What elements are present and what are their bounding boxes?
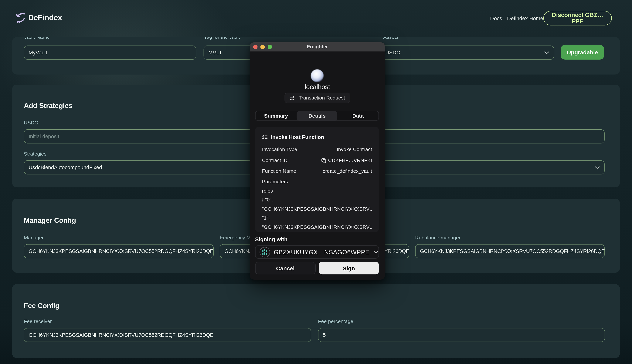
fee-receiver-label: Fee receiver — [24, 319, 52, 324]
site-domain: localhost — [250, 84, 385, 90]
chevron-down-icon — [594, 164, 600, 170]
assets-select[interactable]: USDC — [380, 46, 554, 60]
signing-with-label: Signing with — [255, 236, 287, 242]
strategies-label: Strategies — [24, 151, 47, 157]
app-header: DeFindex Docs Defindex Home Disconnect G… — [0, 0, 632, 36]
rebalance-manager-value: GCH6YKNJ3KPESGSAIGBNHRNCIYXXXSRVU7OC552R… — [420, 248, 605, 254]
chevron-down-icon — [544, 50, 549, 56]
fee-config-card: Fee Config Fee receiver GCH6YKNJ3KPESGSA… — [12, 284, 620, 358]
tab-details[interactable]: Details — [297, 111, 338, 120]
fee-percentage-label: Fee percentage — [318, 319, 353, 324]
row-label: Function Name — [262, 168, 296, 174]
manager-input[interactable]: GCH6YKNJ3KPESGSAIGBNHRNCIYXXXSRVU7OC552R… — [24, 244, 214, 258]
rebalance-manager-label: Rebalance manager — [415, 235, 460, 240]
freighter-tabs: Summary Details Data — [255, 111, 379, 121]
disconnect-wallet-button[interactable]: Disconnect GBZ…PPE — [543, 11, 612, 26]
cancel-button[interactable]: Cancel — [255, 262, 316, 274]
freighter-window: Freighter localhost Transaction Request … — [250, 42, 385, 280]
strategy-select-value: UsdcBlendAutocompoundFixed — [29, 164, 102, 170]
app-page: DeFindex Docs Defindex Home Disconnect G… — [0, 0, 632, 364]
upgradable-button[interactable]: Upgradable — [561, 45, 604, 60]
freighter-titlebar: Freighter — [250, 42, 385, 52]
parameter-line: "GCH6YKNJ3KPESGSAIGBNHRNCIYXXXSRVU7O… — [262, 206, 372, 212]
nav-link-defindex-home[interactable]: Defindex Home — [507, 15, 543, 21]
defindex-logo-icon — [16, 12, 25, 24]
vault-name-input[interactable] — [24, 46, 196, 60]
logo[interactable]: DeFindex — [16, 12, 62, 24]
row-label: Invocation Type — [262, 147, 297, 152]
vault-tag-label: Tag for the vault — [204, 37, 240, 40]
assets-select-value: USDC — [385, 50, 400, 56]
signing-account-address: GBZXUKUYGX…NSAGO6WPPE — [274, 248, 369, 256]
transaction-request-label: Transaction Request — [299, 95, 345, 101]
row-value: create_defindex_vault — [323, 168, 372, 174]
row-value: Invoke Contract — [337, 147, 372, 152]
add-strategies-title: Add Strategies — [24, 102, 73, 110]
invoke-host-function-icon — [262, 134, 268, 140]
account-identicon — [260, 247, 270, 257]
invoke-host-function-title: Invoke Host Function — [271, 134, 324, 140]
fee-percentage-input[interactable]: 5 — [318, 328, 605, 342]
sign-button[interactable]: Sign — [319, 262, 379, 274]
signing-account-select[interactable]: GBZXUKUYGX…NSAGO6WPPE — [255, 246, 379, 259]
transaction-request-badge: Transaction Request — [285, 93, 350, 103]
invoke-details-panel: Invoke Host Function Invocation Type Inv… — [255, 127, 379, 232]
parameter-line: roles — [262, 188, 372, 194]
parameters-heading: Parameters — [262, 179, 372, 184]
tab-data[interactable]: Data — [338, 111, 378, 120]
fee-receiver-value: GCH6YKNJ3KPESGSAIGBNHRNCIYXXXSRVU7OC552R… — [29, 332, 213, 338]
manager-config-title: Manager Config — [24, 216, 76, 225]
parameter-line: "GCH6YKNJ3KPESGSAIGBNHRNCIYXXXSRVU7O… — [262, 224, 372, 230]
parameter-line: { "0": — [262, 197, 372, 202]
manager-value: GCH6YKNJ3KPESGSAIGBNHRNCIYXXXSRVU7OC552R… — [29, 248, 213, 254]
nav-link-docs[interactable]: Docs — [490, 15, 502, 21]
row-label: Contract ID — [262, 158, 287, 163]
tab-summary[interactable]: Summary — [256, 111, 297, 120]
copy-icon[interactable] — [321, 158, 326, 163]
manager-label: Manager — [24, 235, 44, 240]
row-value: CDKFHF…VRNFKI — [328, 158, 372, 163]
site-favicon-globe-icon — [311, 69, 324, 82]
assets-label: Assets — [383, 37, 398, 40]
fee-receiver-input[interactable]: GCH6YKNJ3KPESGSAIGBNHRNCIYXXXSRVU7OC552R… — [24, 328, 311, 342]
fee-percentage-value: 5 — [323, 332, 326, 338]
chevron-down-icon — [373, 250, 378, 254]
vault-name-label: Vault Name — [24, 37, 50, 40]
freighter-window-title: Freighter — [250, 42, 385, 51]
logo-text: DeFindex — [28, 13, 62, 22]
usdc-label: USDC — [24, 120, 38, 126]
transaction-arrow-icon — [290, 96, 296, 100]
rebalance-manager-input[interactable]: GCH6YKNJ3KPESGSAIGBNHRNCIYXXXSRVU7OC552R… — [415, 244, 604, 258]
parameter-line: "1": — [262, 215, 372, 221]
fee-config-title: Fee Config — [24, 302, 60, 310]
